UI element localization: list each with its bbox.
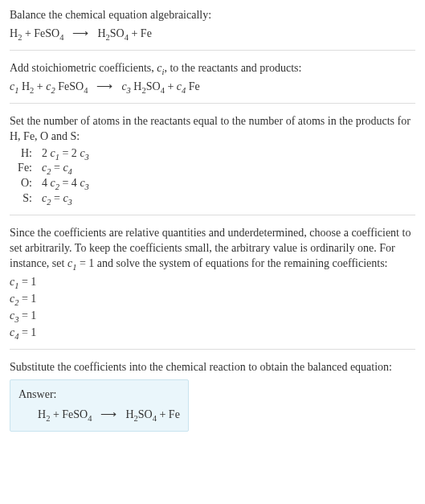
arrow-icon: ⟶ (97, 406, 120, 423)
table-row: Fe: c2 = c4 (10, 161, 92, 176)
answer-equation: H2 + FeSO4 ⟶ H2SO4 + Fe (38, 406, 180, 423)
subst-intro: Substitute the coefficients into the che… (10, 360, 415, 375)
section-stoich: Add stoichiometric coefficients, ci, to … (10, 61, 415, 104)
balance-intro: Balance the chemical equation algebraica… (10, 8, 415, 23)
atom-label-s: S: (10, 191, 39, 207)
eq-rhs-h2so4: H2SO4 (125, 408, 157, 420)
coef-c1: c1 = 1 (10, 273, 415, 290)
atoms-table: H: 2 c1 = 2 c3 Fe: c2 = c4 O: 4 c2 = 4 c… (10, 146, 92, 207)
eq-lhs-feso4: + FeSO4 (22, 27, 63, 39)
coef-c4: c4 = 1 (10, 324, 415, 341)
arrow-icon: ⟶ (69, 25, 92, 42)
atom-label-fe: Fe: (10, 161, 39, 176)
atom-label-h: H: (10, 146, 39, 162)
atom-eq-o: 4 c2 = 4 c3 (39, 176, 92, 191)
atom-eq-s: c2 = c3 (39, 191, 92, 207)
arrow-icon: ⟶ (93, 78, 116, 95)
table-row: S: c2 = c3 (10, 191, 92, 207)
section-choose: Since the coefficients are relative quan… (10, 226, 415, 350)
table-row: H: 2 c1 = 2 c3 (10, 146, 92, 162)
balance-equation: H2 + FeSO4 ⟶ H2SO4 + Fe (10, 25, 415, 42)
eq-lhs-feso4: + FeSO4 (50, 408, 92, 420)
section-atoms: Set the number of atoms in the reactants… (10, 114, 415, 215)
section-substitute: Substitute the coefficients into the che… (10, 360, 415, 440)
atom-label-o: O: (10, 176, 39, 191)
stoich-equation: c1 H2 + c2 FeSO4 ⟶ c3 H2SO4 + c4 Fe (10, 78, 415, 95)
eq-rhs-fe: + Fe (157, 408, 180, 420)
coef-c3: c3 = 1 (10, 307, 415, 324)
eq-lhs-h2: H2 (38, 408, 50, 420)
coef-c2: c2 = 1 (10, 290, 415, 307)
atoms-intro: Set the number of atoms in the reactants… (10, 114, 415, 145)
eq-rhs-h2so4: H2SO4 (97, 27, 129, 39)
choose-intro: Since the coefficients are relative quan… (10, 226, 415, 272)
answer-box: Answer: H2 + FeSO4 ⟶ H2SO4 + Fe (10, 379, 189, 432)
atom-eq-fe: c2 = c4 (39, 161, 92, 176)
stoich-intro: Add stoichiometric coefficients, ci, to … (10, 61, 415, 76)
eq-lhs-h2: H2 (10, 27, 22, 39)
atom-eq-h: 2 c1 = 2 c3 (39, 146, 92, 162)
table-row: O: 4 c2 = 4 c3 (10, 176, 92, 191)
section-balance: Balance the chemical equation algebraica… (10, 8, 415, 51)
answer-label: Answer: (18, 388, 180, 401)
eq-rhs-fe: + Fe (129, 27, 152, 39)
